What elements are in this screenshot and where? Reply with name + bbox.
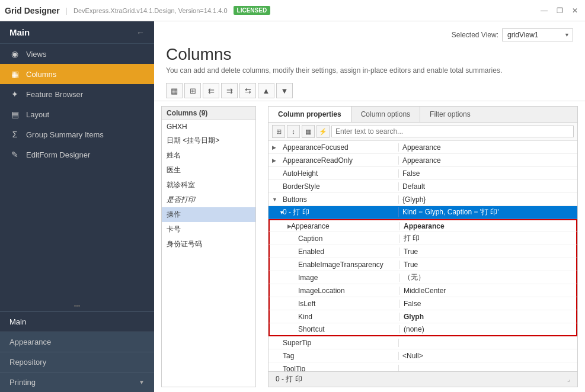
- content-area: Columns (9) GHXH 日期 <挂号日期> 姓名 医生 就诊科室 是否…: [154, 101, 585, 392]
- sidebar-item-layout[interactable]: ▤ Layout: [0, 104, 154, 124]
- prop-name-cell: Image: [270, 274, 400, 282]
- minimize-button[interactable]: —: [539, 5, 549, 16]
- columns-list: GHXH 日期 <挂号日期> 姓名 医生 就诊科室 是否打印 操作 卡号 身份证…: [162, 120, 255, 387]
- property-rows-container: ▶ AppearanceFocused Appearance ▶ Appeara…: [268, 141, 577, 371]
- prop-value-cell: False: [400, 300, 576, 308]
- prop-row-tooltip: ToolTip: [268, 362, 577, 371]
- props-btn-sort[interactable]: ↕: [287, 125, 300, 138]
- prop-name: Image: [296, 274, 318, 282]
- view-select[interactable]: gridView1: [502, 28, 573, 41]
- main-toolbar: ▦ ⊞ ⇇ ⇉ ⇆ ▲ ▼: [154, 81, 585, 101]
- accordion-printing[interactable]: Printing ▼: [0, 372, 154, 392]
- sidebar: Main ← ◉ Views ▦ Columns ✦ Feature Brows…: [0, 21, 154, 392]
- prop-name-cell: IsLeft: [270, 300, 400, 308]
- prop-name-cell: ▼ Buttons: [268, 195, 399, 204]
- column-item-print-yn[interactable]: 是否打印: [162, 192, 255, 207]
- prop-row-btn0[interactable]: ▼ 0 - 打 印 Kind = Glyph, Caption = '打 印': [268, 206, 577, 219]
- toolbar-btn-add[interactable]: ⊞: [184, 83, 201, 98]
- close-button[interactable]: ✕: [570, 5, 580, 16]
- prop-name: IsLeft: [296, 300, 315, 308]
- selected-view-label: Selected View:: [452, 31, 498, 39]
- prop-value-cell: False: [399, 169, 577, 178]
- sidebar-item-label: Layout: [26, 110, 49, 119]
- column-item-doctor[interactable]: 医生: [162, 163, 255, 178]
- column-item-idcard[interactable]: 身份证号码: [162, 237, 255, 252]
- search-input[interactable]: [331, 126, 574, 137]
- toolbar-btn-up[interactable]: ▲: [258, 83, 274, 98]
- prop-value-cell: Appearance: [399, 156, 577, 165]
- resize-handle-vertical[interactable]: [261, 106, 263, 387]
- sidebar-item-views[interactable]: ◉ Views: [0, 44, 154, 64]
- view-select-wrapper[interactable]: gridView1 ▼: [502, 28, 573, 41]
- column-item-date[interactable]: 日期 <挂号日期>: [162, 133, 255, 148]
- column-item-operation[interactable]: 操作: [162, 207, 255, 222]
- props-btn-columns[interactable]: ▦: [302, 125, 315, 138]
- columns-panel-title: Columns (9): [162, 107, 255, 120]
- toolbar-btn-swap[interactable]: ⇆: [239, 83, 256, 98]
- toolbar-btn-grid[interactable]: ▦: [166, 83, 183, 98]
- sidebar-item-editform[interactable]: ✎ EditForm Designer: [0, 144, 154, 165]
- prop-value-cell: <Null>: [399, 352, 577, 360]
- sidebar-item-label: Columns: [26, 70, 56, 79]
- prop-name: Appearance: [289, 222, 330, 230]
- prop-name-cell: EnableImageTransparency: [270, 261, 400, 269]
- prop-row-appearance-focused: ▶ AppearanceFocused Appearance: [268, 141, 577, 154]
- column-item-ghxh[interactable]: GHXH: [162, 120, 255, 133]
- prop-name-cell: Tag: [268, 352, 399, 360]
- feature-browser-icon: ✦: [9, 89, 20, 99]
- toolbar-btn-right[interactable]: ⇉: [221, 83, 238, 98]
- prop-row-image: Image （无）: [268, 271, 577, 284]
- props-btn-lightning[interactable]: ⚡: [317, 125, 330, 138]
- title-bar: Grid Designer | DevExpress.XtraGrid.v14.…: [0, 0, 585, 21]
- toolbar-btn-left[interactable]: ⇇: [203, 83, 219, 98]
- tab-column-options[interactable]: Column options: [351, 107, 420, 122]
- prop-row-borderstyle: BorderStyle Default: [268, 180, 577, 193]
- sidebar-item-feature-browser[interactable]: ✦ Feature Browser: [0, 84, 154, 104]
- column-item-name[interactable]: 姓名: [162, 148, 255, 163]
- prop-name-cell: SuperTip: [268, 339, 399, 347]
- prop-value-cell: True: [400, 261, 576, 269]
- prop-name-cell: Caption: [270, 234, 400, 243]
- sidebar-item-group-summary[interactable]: Σ Group Summary Items: [0, 124, 154, 144]
- accordion-appearance[interactable]: Appearance: [0, 332, 154, 352]
- column-item-card[interactable]: 卡号: [162, 222, 255, 237]
- prop-value-cell: Kind = Glyph, Caption = '打 印': [399, 207, 577, 217]
- prop-name: Kind: [296, 313, 312, 321]
- accordion-appearance-label: Appearance: [9, 338, 51, 346]
- sidebar-item-label: EditForm Designer: [26, 150, 90, 159]
- resize-handle-icon[interactable]: ⌟: [567, 376, 570, 383]
- prop-row-supertip: SuperTip: [268, 336, 577, 349]
- sidebar-title: Main: [9, 27, 30, 37]
- expand-icon[interactable]: ▼: [272, 197, 279, 203]
- tab-filter-options[interactable]: Filter options: [420, 107, 480, 122]
- prop-row-appearance-readonly: ▶ AppearanceReadOnly Appearance: [268, 154, 577, 167]
- accordion-bottom-arrow: ▼: [139, 379, 145, 385]
- prop-row-appearance-sub: ▶ Appearance Appearance: [268, 219, 577, 232]
- props-toolbar: ⊞ ↕ ▦ ⚡: [268, 123, 577, 141]
- expand-icon[interactable]: ▶: [272, 158, 279, 163]
- prop-name: AutoHeight: [280, 169, 318, 178]
- title-controls: — ❐ ✕: [539, 5, 580, 16]
- prop-name: AppearanceReadOnly: [280, 156, 353, 165]
- prop-name: Tag: [280, 352, 294, 360]
- prop-name: EnableImageTransparency: [296, 261, 383, 269]
- restore-button[interactable]: ❐: [554, 5, 565, 16]
- sidebar-spacer: [0, 165, 154, 300]
- toolbar-btn-down[interactable]: ▼: [276, 83, 293, 98]
- column-item-dept[interactable]: 就诊科室: [162, 178, 255, 192]
- sidebar-item-label: Feature Browser: [26, 90, 83, 99]
- expand-icon[interactable]: ▶: [273, 223, 287, 229]
- accordion-main[interactable]: Main: [0, 311, 154, 332]
- status-bar: 0 - 打 印 ⌟: [268, 371, 577, 387]
- tab-column-properties[interactable]: Column properties: [268, 107, 351, 122]
- sidebar-arrow-icon[interactable]: ←: [136, 28, 145, 37]
- accordion-repository[interactable]: Repository: [0, 352, 154, 372]
- sidebar-item-columns[interactable]: ▦ Columns: [0, 64, 154, 84]
- props-btn-grid[interactable]: ⊞: [272, 125, 285, 138]
- accordion-repository-label: Repository: [9, 358, 46, 367]
- sidebar-item-label: Views: [26, 50, 46, 59]
- expand-icon[interactable]: ▶: [272, 144, 279, 150]
- expand-icon[interactable]: ▼: [272, 210, 279, 216]
- prop-name-cell: ▼ 0 - 打 印: [268, 207, 399, 217]
- app-subtitle: DevExpress.XtraGrid.v14.1.Design, Versio…: [73, 7, 228, 14]
